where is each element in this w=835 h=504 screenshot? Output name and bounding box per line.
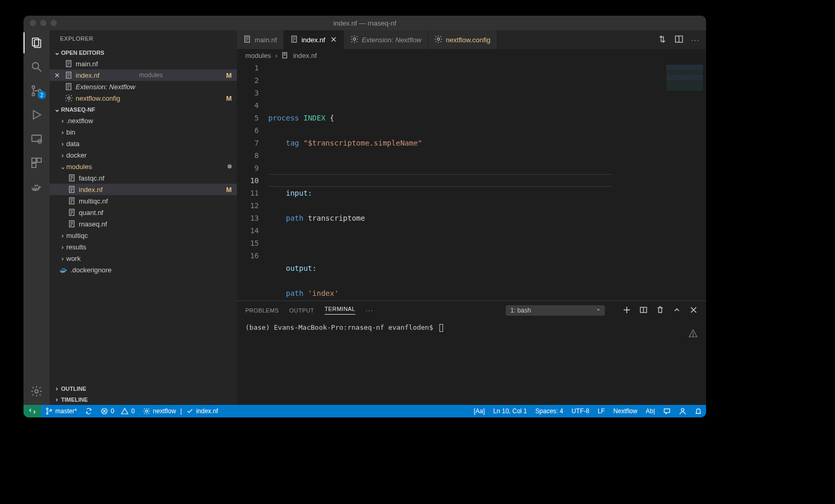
folder-item[interactable]: ⌄modules — [50, 161, 237, 172]
close-panel-icon[interactable] — [689, 306, 698, 315]
folder-item[interactable]: ›bin — [50, 126, 237, 138]
feedback-icon[interactable] — [659, 405, 675, 417]
file-icon — [64, 59, 74, 68]
breadcrumbs[interactable]: modules › index.nf — [237, 49, 706, 62]
svg-point-69 — [46, 408, 48, 410]
window-title: index.nf — rnaseq-nf — [23, 19, 706, 27]
svg-point-25 — [68, 97, 70, 100]
terminal-select[interactable]: 1: bash — [506, 305, 605, 316]
close-tab-icon[interactable]: ✕ — [330, 35, 337, 44]
svg-point-55 — [437, 38, 440, 40]
sidebar-title: EXPLORER — [50, 30, 237, 47]
regex-status[interactable]: [Aa] — [470, 405, 489, 417]
warning-icon — [688, 329, 698, 340]
svg-point-68 — [693, 335, 693, 336]
run-debug-icon[interactable] — [29, 107, 44, 122]
errors-warnings[interactable]: 0 0 — [97, 405, 139, 417]
split-terminal-icon[interactable] — [639, 306, 648, 315]
source-control-icon[interactable]: 2 — [29, 83, 44, 98]
gear-icon — [434, 35, 443, 45]
kill-terminal-icon[interactable] — [656, 306, 664, 315]
file-item[interactable]: multiqc.nf — [50, 195, 237, 207]
file-item[interactable]: quant.nf — [50, 207, 237, 218]
abi[interactable]: Ab| — [641, 405, 659, 417]
file-icon — [67, 220, 77, 229]
compare-icon[interactable] — [658, 34, 667, 45]
encoding[interactable]: UTF-8 — [567, 405, 593, 417]
file-item[interactable]: fastqc.nf — [50, 172, 237, 184]
svg-rect-11 — [32, 163, 36, 167]
open-editor-item[interactable]: nextflow.configM — [50, 92, 237, 104]
timeline-header[interactable]: ›TIMELINE — [50, 394, 237, 405]
svg-point-71 — [50, 410, 52, 411]
editor-tab[interactable]: index.nf✕ — [284, 30, 344, 49]
gear-icon — [64, 94, 74, 103]
bell-icon[interactable] — [690, 405, 706, 417]
file-item[interactable]: .dockerignore — [50, 264, 237, 275]
folder-item[interactable]: ›multiqc — [50, 230, 237, 241]
search-icon[interactable] — [29, 59, 44, 74]
outline-header[interactable]: ›OUTLINE — [50, 383, 237, 394]
svg-point-54 — [353, 38, 356, 40]
titlebar: index.nf — rnaseq-nf — [23, 16, 706, 30]
folder-item[interactable]: ›.nextflow — [50, 115, 237, 126]
cursor-position[interactable]: Ln 10, Col 1 — [489, 405, 531, 417]
indent[interactable]: Spaces: 4 — [531, 405, 567, 417]
project-header[interactable]: ⌄RNASEQ-NF — [50, 104, 237, 115]
open-editor-item[interactable]: main.nf — [50, 58, 237, 69]
more-icon[interactable]: ··· — [691, 36, 700, 44]
minimap[interactable] — [659, 62, 706, 301]
editor-tab[interactable]: nextflow.config — [428, 30, 497, 49]
tab-actions: ··· — [651, 30, 706, 49]
svg-rect-9 — [32, 158, 36, 162]
file-icon — [59, 266, 68, 274]
docker-icon[interactable] — [29, 179, 44, 194]
sidebar: EXPLORER ⌄OPEN EDITORS main.nf✕index.nfm… — [50, 30, 237, 405]
svg-point-70 — [46, 413, 48, 414]
extensions-icon[interactable] — [29, 155, 44, 170]
svg-line-3 — [38, 68, 41, 71]
account-icon[interactable] — [675, 405, 690, 417]
explorer-icon[interactable] — [29, 35, 44, 50]
file-item[interactable]: rnaseq.nf — [50, 218, 237, 230]
eol[interactable]: LF — [593, 405, 609, 417]
remote-explorer-icon[interactable] — [29, 131, 44, 146]
svg-point-12 — [35, 390, 38, 393]
file-item[interactable]: index.nfM — [50, 184, 237, 195]
open-editor-item[interactable]: ✕index.nfmodulesM — [50, 69, 237, 81]
more-icon[interactable]: ··· — [366, 307, 374, 314]
open-editor-item[interactable]: Extension: Nextflow — [50, 81, 237, 92]
bottom-panel: PROBLEMS OUTPUT TERMINAL ··· 1: bash — [237, 301, 706, 405]
new-terminal-icon[interactable] — [623, 306, 631, 315]
editor-tab[interactable]: Extension: Nextflow — [344, 30, 428, 49]
terminal[interactable]: (base) Evans-MacBook-Pro:rnaseq-nf evanf… — [237, 319, 706, 405]
remote-indicator[interactable] — [23, 405, 41, 417]
tab-problems[interactable]: PROBLEMS — [245, 307, 279, 314]
tab-terminal[interactable]: TERMINAL — [325, 306, 355, 315]
folder-item[interactable]: ›data — [50, 138, 237, 149]
file-icon — [67, 185, 77, 194]
maximize-panel-icon[interactable] — [673, 306, 681, 315]
scm-badge: 2 — [38, 91, 46, 99]
language-mode[interactable]: Nextflow — [609, 405, 641, 417]
folder-item[interactable]: ›work — [50, 253, 237, 264]
settings-gear-icon[interactable] — [29, 384, 44, 399]
folder-item[interactable]: ›docker — [50, 149, 237, 161]
svg-point-5 — [32, 93, 35, 96]
file-icon — [67, 197, 77, 206]
code-editor[interactable]: 12345678910111213141516 process INDEX { … — [237, 62, 706, 301]
sync-icon[interactable] — [81, 405, 97, 417]
status-bar: master* 0 0 nextflow | index.nf [Aa] Ln … — [23, 405, 706, 417]
editor-tab[interactable]: main.nf — [237, 30, 284, 49]
git-branch[interactable]: master* — [41, 405, 81, 417]
open-editors-header[interactable]: ⌄OPEN EDITORS — [50, 47, 237, 58]
folder-item[interactable]: ›results — [50, 241, 237, 253]
lang-status[interactable]: nextflow | index.nf — [139, 405, 222, 417]
traffic-lights[interactable] — [23, 20, 57, 26]
editor-group: main.nfindex.nf✕Extension: Nextflownextf… — [237, 30, 706, 405]
svg-rect-7 — [32, 135, 41, 141]
tab-output[interactable]: OUTPUT — [289, 307, 314, 314]
file-icon — [67, 174, 77, 183]
svg-point-2 — [32, 63, 39, 69]
split-editor-icon[interactable] — [674, 34, 684, 45]
